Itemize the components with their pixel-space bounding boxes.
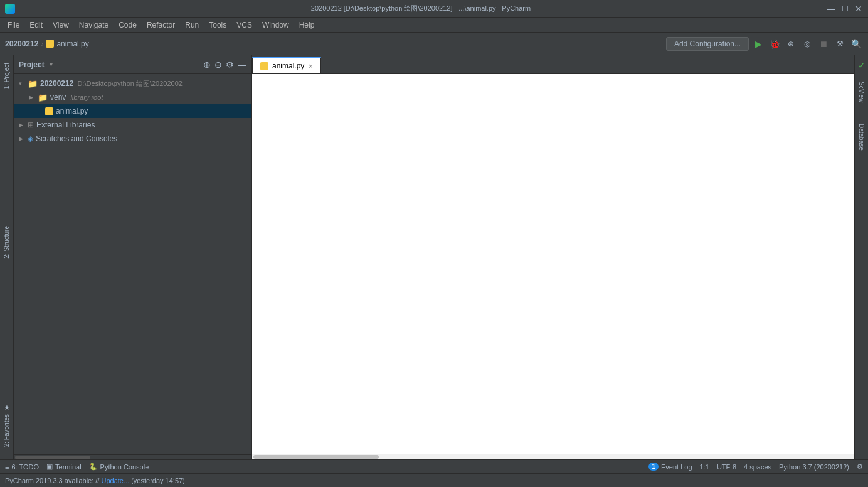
menu-help[interactable]: Help <box>294 19 320 31</box>
collapse-icon[interactable]: — <box>238 60 246 70</box>
coverage-button[interactable]: ⊕ <box>784 37 798 51</box>
tree-item-external-libs[interactable]: ▶ ⊞ External Libraries <box>14 118 251 132</box>
run-button[interactable]: ▶ <box>751 37 765 51</box>
status-bar: ≡ 6: TODO ▣ Terminal 🐍 Python Console 1 … <box>0 459 868 473</box>
encoding-indicator[interactable]: UTF-8 <box>717 463 736 471</box>
breadcrumb-project[interactable]: 20200212 <box>5 40 38 48</box>
external-libraries-label: External Libraries <box>36 120 95 129</box>
settings-button[interactable]: ⚙ <box>857 463 863 471</box>
tree-arrow-extlibs: ▶ <box>19 122 25 128</box>
status-right: 1 Event Log 1:1 UTF-8 4 spaces Python 3.… <box>648 463 863 471</box>
project-panel-header: Project ▾ ⊕ ⊖ ⚙ — <box>14 55 251 74</box>
todo-tab[interactable]: ≡ 6: TODO <box>5 463 39 471</box>
scratches-label: Scratches and Consoles <box>36 134 117 143</box>
terminal-label: Terminal <box>55 463 82 471</box>
menu-tools[interactable]: Tools <box>204 19 231 31</box>
event-log-item[interactable]: 1 Event Log <box>648 463 692 471</box>
editor-tabs: animal.py ✕ <box>252 55 854 74</box>
file-icon <box>46 40 54 48</box>
folder-icon-root: 📁 <box>28 79 38 88</box>
locate-icon[interactable]: ⊕ <box>203 60 211 70</box>
python-version-indicator[interactable]: Python 3.7 (20200212) <box>779 463 849 471</box>
stop-button[interactable]: ⏹ <box>817 37 830 51</box>
project-tree: ▾ 📁 20200212 D:\Desktop\python 绘图\202020… <box>14 74 251 454</box>
editor-area[interactable] <box>252 74 854 459</box>
tree-item-root[interactable]: ▾ 📁 20200212 D:\Desktop\python 绘图\202020… <box>14 77 251 90</box>
favorites-tab[interactable]: 2: Favorites <box>3 414 10 447</box>
terminal-tab[interactable]: ▣ Terminal <box>46 463 82 471</box>
database-tab[interactable]: Database <box>857 119 866 156</box>
tree-item-animal-py[interactable]: ▶ animal.py <box>14 104 251 118</box>
event-log-badge: 1 <box>648 463 659 471</box>
breadcrumb-file: animal.py <box>46 40 88 48</box>
scratches-icon: ◈ <box>28 134 33 143</box>
scroll-from-source-icon[interactable]: ⊖ <box>214 60 222 70</box>
check-icon: ✓ <box>858 60 865 70</box>
tree-item-venv[interactable]: ▶ 📁 venv library root <box>14 90 251 104</box>
project-panel-title: Project <box>19 60 45 69</box>
editor-tab-animal-py[interactable]: animal.py ✕ <box>252 57 321 73</box>
menu-file[interactable]: File <box>3 19 24 31</box>
project-panel: Project ▾ ⊕ ⊖ ⚙ — ▾ 📁 20200212 D:\Deskto… <box>14 55 252 459</box>
menu-run[interactable]: Run <box>180 19 204 31</box>
tree-arrow-venv: ▶ <box>29 94 35 100</box>
tab-close-button[interactable]: ✕ <box>308 63 313 70</box>
pycharm-logo <box>5 4 15 14</box>
tree-arrow-scratches: ▶ <box>19 136 25 142</box>
python-console-tab[interactable]: 🐍 Python Console <box>89 463 149 471</box>
debug-button[interactable]: 🐞 <box>768 37 781 51</box>
event-log-label: Event Log <box>661 463 692 471</box>
menu-view[interactable]: View <box>48 19 74 31</box>
update-link[interactable]: Update... <box>101 477 129 484</box>
venv-name: venv <box>50 93 66 102</box>
window-title: 20200212 [D:\Desktop\python 绘图\20200212]… <box>15 4 827 13</box>
ext-libs-icon: ⊞ <box>28 120 34 129</box>
title-bar-left <box>5 4 15 14</box>
folder-name-root: 20200212 <box>40 79 73 88</box>
project-panel-scrollbar[interactable] <box>14 454 251 459</box>
project-header-icons: ⊕ ⊖ ⚙ — <box>203 60 246 70</box>
project-dropdown-arrow[interactable]: ▾ <box>50 61 53 68</box>
project-panel-tab[interactable]: 1: Project <box>2 58 11 94</box>
menu-refactor[interactable]: Refactor <box>142 19 180 31</box>
menu-edit[interactable]: Edit <box>24 19 48 31</box>
menu-navigate[interactable]: Navigate <box>74 19 114 31</box>
editor-scrollbar-thumb <box>253 455 379 459</box>
menu-bar: File Edit View Navigate Code Refactor Ru… <box>0 18 868 33</box>
search-everywhere-button[interactable]: 🔍 <box>849 37 863 51</box>
left-strip: 1: Project 2: Structure ★ 2: Favorites <box>0 55 14 459</box>
minimize-button[interactable]: — <box>827 4 835 13</box>
terminal-icon: ▣ <box>46 463 53 471</box>
title-bar: 20200212 [D:\Desktop\python 绘图\20200212]… <box>0 0 868 18</box>
settings-icon[interactable]: ⚙ <box>226 60 234 70</box>
close-button[interactable]: ✕ <box>854 4 863 13</box>
indent-indicator[interactable]: 4 spaces <box>744 463 771 471</box>
main-layout: 1: Project 2: Structure ★ 2: Favorites P… <box>0 55 868 459</box>
right-strip: ✓ ScView Database <box>854 55 868 459</box>
notification-bar: PyCharm 2019.3.3 available: // Update...… <box>0 473 868 487</box>
favorites-icon[interactable]: ★ <box>4 404 10 412</box>
folder-path: D:\Desktop\python 绘图\20202002 <box>77 79 183 88</box>
tab-file-icon <box>260 62 268 70</box>
scview-tab[interactable]: ScView <box>857 77 866 107</box>
todo-label: 6: TODO <box>11 463 39 471</box>
project-scrollbar-thumb <box>15 456 90 459</box>
file-icon-animal-py <box>45 107 53 115</box>
todo-icon: ≡ <box>5 463 9 471</box>
add-configuration-button[interactable]: Add Configuration... <box>666 37 749 51</box>
menu-code[interactable]: Code <box>114 19 142 31</box>
build-button[interactable]: ⚒ <box>833 37 847 51</box>
tab-label: animal.py <box>272 62 304 70</box>
maximize-button[interactable]: ☐ <box>840 4 849 13</box>
breadcrumb: 20200212 › animal.py <box>5 40 89 48</box>
menu-vcs[interactable]: VCS <box>231 19 257 31</box>
structure-tab[interactable]: 2: Structure <box>2 221 11 264</box>
python-console-icon: 🐍 <box>89 463 98 471</box>
tree-item-scratches[interactable]: ▶ ◈ Scratches and Consoles <box>14 132 251 146</box>
menu-window[interactable]: Window <box>257 19 294 31</box>
position-indicator[interactable]: 1:1 <box>700 463 709 471</box>
center-pane: animal.py ✕ <box>252 55 854 459</box>
profile-button[interactable]: ◎ <box>800 37 814 51</box>
window-controls: — ☐ ✕ <box>827 4 863 13</box>
editor-horizontal-scrollbar[interactable] <box>252 454 854 459</box>
